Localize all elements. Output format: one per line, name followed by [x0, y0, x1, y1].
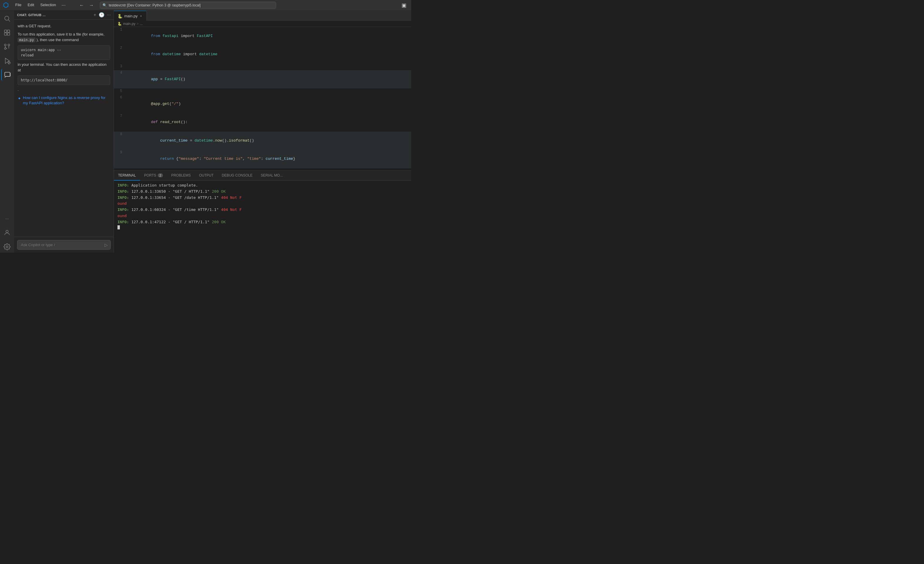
line-number-1: 1	[114, 27, 126, 33]
chat-code-block-1: uvicorn main:app --reload	[18, 45, 110, 60]
chat-text-3: in your terminal. You can then access th…	[18, 62, 110, 73]
code-line-4: 4 app = FastAPI()	[114, 70, 411, 88]
breadcrumb-sep: >	[136, 22, 139, 26]
panel-tab-output[interactable]: OUTPUT	[195, 171, 218, 181]
chat-text-2: To run this application, save it to a fi…	[18, 32, 110, 43]
sidebar-header: CHAT: GITHUB ... + 🕐 ···	[14, 10, 114, 20]
panel-tab-serial-label: SERIAL MO...	[261, 173, 283, 177]
menu-bar: File Edit Selection ···	[13, 2, 67, 9]
title-search[interactable]: 🔍 testdevcntr [Dev Container: Python 3 @…	[100, 2, 276, 9]
line-content-8: current_time = datetime.now().isoformat(…	[126, 132, 411, 150]
breadcrumb-more[interactable]: ...	[140, 22, 143, 26]
terminal-info-5: INFO:	[117, 219, 129, 225]
terminal-status-ok-2: 200 OK	[212, 219, 226, 225]
line-number-9: 9	[114, 150, 126, 155]
svg-rect-3	[8, 30, 10, 32]
terminal-line-4b: ound	[117, 213, 408, 219]
vscode-logo: ⬡	[3, 2, 9, 9]
tab-main-py[interactable]: 🐍 main.py ×	[114, 11, 147, 21]
activity-explorer[interactable]	[1, 27, 13, 39]
panel-tab-problems[interactable]: PROBLEMS	[167, 171, 195, 181]
svg-line-12	[8, 62, 10, 64]
terminal-cursor-line	[117, 225, 408, 230]
chat-input-area: ▷	[14, 237, 114, 253]
code-line-9: 9 return {"message": "Current time is", …	[114, 150, 411, 168]
line-content-3	[126, 64, 411, 70]
terminal-info-3: INFO:	[117, 195, 129, 201]
svg-marker-10	[5, 58, 9, 63]
panel-tab-output-label: OUTPUT	[199, 173, 213, 177]
terminal-line-3b: ound	[117, 201, 408, 207]
panel-tab-ports[interactable]: PORTS 2	[140, 171, 167, 181]
sidebar-history-icon[interactable]: 🕐	[99, 12, 105, 18]
code-line-7: 7 def read_root():	[114, 113, 411, 132]
panel-tab-terminal[interactable]: TERMINAL	[114, 171, 140, 181]
panel-tab-debug[interactable]: DEBUG CONSOLE	[218, 171, 257, 181]
line-number-6: 6	[114, 95, 126, 100]
svg-point-14	[6, 230, 8, 232]
chat-send-icon[interactable]: ▷	[105, 243, 108, 248]
svg-rect-5	[8, 33, 10, 35]
terminal-continuation-2: ound	[117, 213, 127, 219]
line-content-5	[126, 88, 411, 94]
line-number-8: 8	[114, 132, 126, 137]
activity-run-debug[interactable]	[1, 55, 13, 67]
terminal-info-4: INFO:	[117, 207, 129, 213]
panel-tab-ports-label: PORTS	[144, 173, 156, 177]
svg-line-1	[9, 20, 10, 22]
activity-source-control[interactable]	[1, 41, 13, 52]
activity-search[interactable]	[1, 13, 13, 24]
activity-more[interactable]: ···	[1, 213, 13, 224]
tab-label: main.py	[124, 14, 138, 18]
breadcrumb-file[interactable]: main.py	[123, 22, 135, 26]
code-line-3: 3	[114, 64, 411, 70]
search-icon: 🔍	[102, 3, 107, 8]
svg-point-6	[4, 44, 6, 46]
sidebar-title: CHAT: GITHUB ...	[17, 13, 91, 17]
sidebar-more-icon[interactable]: ···	[107, 12, 111, 18]
nav-forward-button[interactable]: →	[87, 2, 96, 9]
terminal-text-4: 127.0.0.1:60324 - "GET /time HTTP/1.1"	[131, 207, 219, 213]
line-content-1: from fastapi import FastAPI	[126, 27, 411, 45]
activity-account[interactable]	[1, 227, 13, 238]
terminal-text-2: 127.0.0.1:33650 - "GET / HTTP/1.1"	[131, 189, 209, 195]
suggestion-text: How can I configure Nginx as a reverse p…	[23, 95, 110, 106]
code-line-1: 1 from fastapi import FastAPI	[114, 27, 411, 45]
menu-file[interactable]: File	[13, 2, 24, 9]
chat-input[interactable]	[17, 240, 111, 250]
activity-chat[interactable]	[1, 69, 13, 81]
terminal-line-2: INFO: 127.0.0.1:33650 - "GET / HTTP/1.1"…	[117, 189, 408, 195]
menu-more[interactable]: ···	[60, 2, 67, 9]
editor-area: 🐍 main.py × 🐍 main.py > ... 1 from fasta…	[114, 10, 411, 253]
svg-point-15	[6, 246, 8, 248]
panel-tab-serial[interactable]: SERIAL MO...	[257, 171, 287, 181]
terminal-text-1: Application startup complete.	[131, 182, 198, 189]
nav-back-button[interactable]: ←	[78, 2, 86, 9]
nav-controls: ← →	[78, 2, 96, 9]
activity-settings[interactable]	[1, 241, 13, 253]
panel-tab-debug-label: DEBUG CONSOLE	[222, 173, 253, 177]
line-content-6: @app.get("/")	[126, 95, 411, 113]
breadcrumb-python-icon: 🐍	[117, 22, 122, 26]
terminal-info-2: INFO:	[117, 189, 129, 195]
terminal-content[interactable]: INFO: Application startup complete. INFO…	[114, 181, 411, 253]
code-line-5: 5	[114, 88, 411, 95]
chat-code-block-2: http://localhost:8000/	[18, 75, 110, 85]
menu-edit[interactable]: Edit	[25, 2, 36, 9]
panel-tab-problems-label: PROBLEMS	[171, 173, 191, 177]
sidebar-add-icon[interactable]: +	[93, 12, 96, 18]
terminal-continuation-1: ound	[117, 201, 127, 207]
layout-icon[interactable]: ▣	[400, 2, 408, 9]
terminal-text-3: 127.0.0.1:33654 - "GET /date HTTP/1.1"	[131, 195, 219, 201]
terminal-status-error-2: 404 Not F	[221, 207, 242, 213]
chat-suggestion[interactable]: ✦ How can I configure Nginx as a reverse…	[18, 95, 110, 106]
tab-close-icon[interactable]: ×	[140, 14, 143, 19]
title-bar-right: ▣	[400, 2, 408, 9]
breadcrumb: 🐍 main.py > ...	[114, 21, 411, 27]
code-line-8: 8 current_time = datetime.now().isoforma…	[114, 132, 411, 150]
line-number-7: 7	[114, 113, 126, 119]
menu-selection[interactable]: Selection	[38, 2, 58, 9]
code-editor[interactable]: 1 from fastapi import FastAPI 2 from dat…	[114, 27, 411, 170]
chat-content: with a GET request. To run this applicat…	[14, 20, 114, 237]
terminal-text-5: 127.0.0.1:47122 - "GET / HTTP/1.1"	[131, 219, 209, 225]
